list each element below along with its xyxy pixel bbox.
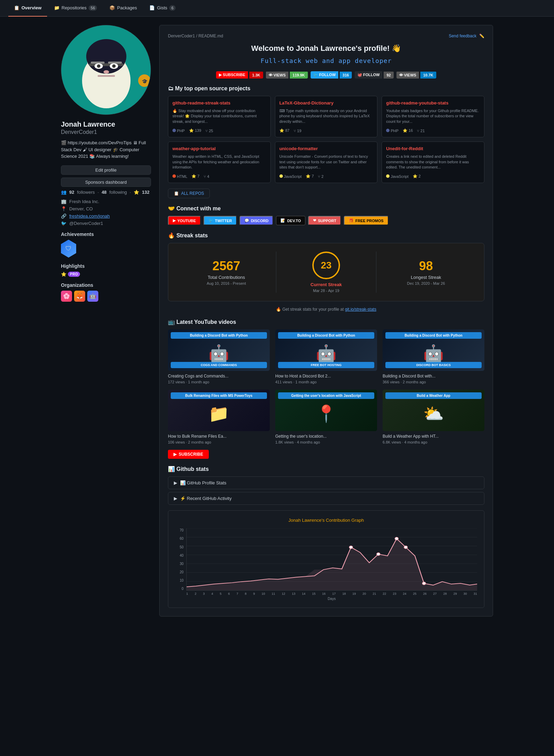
connect-devto-button[interactable]: 📝 DEV.TO (276, 216, 305, 225)
repo-card-3: weather-app-tutorial Weather app written… (168, 142, 271, 183)
video-card-0[interactable]: Building a Discord Bot with Python 🤖 COG… (168, 329, 270, 384)
pro-badge: PRO (68, 272, 80, 277)
video-card-1[interactable]: Building a Discord Bot with Python 🤖 FRE… (275, 329, 377, 384)
tab-packages[interactable]: 📦 Packages (104, 0, 142, 17)
edit-icon[interactable]: ✏️ (479, 34, 484, 38)
video-title-5: Build a Weather App with HT... (383, 434, 484, 439)
chevron-right-icon-2: ▶ (174, 496, 177, 501)
longest-streak-date: Dec 19, 2020 - Mar 26 (376, 281, 476, 285)
repo-desc-2: Youtube stats badges for your Github pro… (386, 108, 480, 124)
achievements-list: 🛡 (61, 240, 151, 258)
connect-youtube-button[interactable]: ▶ YOUTUBE (168, 216, 201, 225)
connect-support-button[interactable]: ❤ SUPPORT (308, 216, 341, 225)
badge-subscribe[interactable]: ▶ SUBSCRIBE 1.3K (216, 71, 263, 79)
send-feedback-link[interactable]: Send feedback (449, 34, 476, 38)
longest-streak-number: 98 (376, 259, 476, 273)
discord-logo-2: 🤖 (423, 344, 444, 363)
badge-views[interactable]: 👁 VIEWS 119.9K (266, 71, 308, 79)
video-card-5[interactable]: Build a Weather App ⛅ Build a Weather Ap… (383, 390, 484, 444)
lang-dot (386, 129, 390, 132)
video-card-4[interactable]: Getting the user's location with JavaScr… (275, 390, 377, 444)
video-overlay-title-2: Building a Discord Bot with Python (385, 332, 482, 339)
all-repos-button[interactable]: 📋 ALL REPOS (168, 189, 210, 198)
followers-count: 92 (69, 190, 74, 195)
subscribe-button[interactable]: ▶ SUBSCRIBE (168, 450, 209, 459)
video-thumb-4: Getting the user's location with JavaScr… (275, 390, 377, 431)
achievement-badge: 🛡 (61, 240, 76, 258)
total-contributions-date: Aug 10, 2016 - Present (177, 281, 276, 285)
svg-point-10 (112, 64, 116, 68)
repo-name-3[interactable]: weather-app-tutorial (172, 146, 266, 151)
repo-name-4[interactable]: unicode-formatter (279, 146, 373, 151)
video-card-3[interactable]: Bulk Renaming Files with MS PowerToys 📁 … (168, 390, 270, 444)
repo-name-0[interactable]: github-readme-streak-stats (172, 100, 266, 106)
org-avatar-3[interactable]: 🤖 (87, 291, 98, 302)
repo-name-1[interactable]: LaTeX-Gboard-Dictionary (279, 100, 373, 106)
svg-rect-6 (108, 62, 122, 64)
video-overlay-sub-0: COGS AND COMMANDS (171, 362, 267, 368)
avatar: 🎓 (61, 25, 151, 115)
video-title-3: How to Bulk Rename Files Ea... (168, 434, 270, 439)
repo-meta-0: PHP ⭐ 139 ⑂ 25 (172, 128, 266, 133)
repo-meta-3: HTML ⭐ 7 ⑂ 4 (172, 174, 266, 179)
meta-website[interactable]: 🔗 freshidea.com/jonah (61, 213, 151, 219)
files-logo: 📁 (208, 404, 229, 423)
connect-twitter-button[interactable]: 🐦 TWITTER (204, 216, 237, 225)
profile-login: DenverCoder1 (61, 129, 151, 135)
tab-repositories[interactable]: 📁 Repositories 56 (48, 0, 103, 17)
org-avatar-2[interactable]: 🦊 (74, 291, 85, 302)
video-card-2[interactable]: Building a Discord Bot with Python 🤖 DIS… (383, 329, 484, 384)
repo-meta-2: PHP ⭐ 16 ⑂ 21 (386, 128, 480, 133)
repo-card-4: unicode-formatter Unicode Formatter - Co… (275, 142, 378, 183)
total-contributions-stat: 2567 Total Contributions Aug 10, 2016 - … (177, 259, 276, 285)
badge-views-github[interactable]: 👁 VIEWS 10.7K (396, 71, 436, 79)
video-overlay-title-4: Getting the user's location with JavaScr… (278, 392, 374, 399)
organizations-list: 🌸 🦊 🤖 (61, 291, 151, 302)
repo-name-2[interactable]: github-readme-youtube-stats (386, 100, 480, 106)
gists-badge: 6 (169, 5, 176, 11)
repo-grid: github-readme-streak-stats 🔥 Stay motiva… (168, 96, 484, 183)
github-profile-stats-item[interactable]: ▶ 📊 GitHub Profile Stats (168, 476, 484, 489)
svg-rect-4 (89, 63, 124, 66)
weather-logo: ⛅ (423, 404, 444, 423)
svg-point-9 (97, 64, 100, 68)
total-contributions-label: Total Contributions (177, 275, 276, 280)
top-navigation: 📋 Overview 📁 Repositories 56 📦 Packages … (0, 0, 554, 17)
x-axis-label: Days (186, 597, 477, 601)
org-avatar-1[interactable]: 🌸 (61, 291, 72, 302)
repo-name-5[interactable]: Unedit-for-Reddit (386, 146, 480, 151)
repo-desc-1: ⌨ Type math symbols more easily on your … (279, 108, 373, 124)
connect-promos-button[interactable]: 🎁 FREE PROMOS (344, 216, 388, 225)
connect-discord-button[interactable]: 💬 DISCORD (240, 216, 274, 225)
longest-streak-stat: 98 Longest Streak Dec 19, 2020 - Mar 26 (376, 259, 476, 285)
svg-text:🎓: 🎓 (142, 79, 148, 84)
badge-follow-twitter[interactable]: 🐦 FOLLOW 316 (311, 71, 352, 79)
chart-plot-area (186, 528, 477, 591)
github-stats-section: ▶ 📊 GitHub Profile Stats ▶ ⚡ Recent GitH… (168, 476, 484, 505)
lang-dot (279, 174, 283, 178)
video-info-4: 1.8K views · 4 months ago (275, 440, 377, 444)
tab-gists[interactable]: 📄 Gists 6 (144, 0, 181, 17)
github-activity-item[interactable]: ▶ ⚡ Recent GitHub Activity (168, 492, 484, 505)
list-icon: 📋 (174, 191, 179, 196)
discord-icon: 💬 (244, 218, 249, 223)
y-axis-labels: 70 60 50 40 30 20 10 0 (175, 528, 184, 598)
badge-follow-github[interactable]: 🐙 FOLLOW 92 (355, 71, 394, 79)
promo-icon: 🎁 (349, 218, 354, 223)
streak-section-header: 🔥 Streak stats (168, 232, 484, 239)
youtube-icon: ▶ (173, 218, 176, 223)
highlights-list: ⭐ PRO (61, 272, 151, 277)
follow-stats: 👥 92 followers · 48 following · ⭐ 132 (61, 190, 151, 195)
streak-link[interactable]: git.io/streak-stats (345, 307, 376, 312)
video-thumb-3: Bulk Renaming Files with MS PowerToys 📁 (168, 390, 270, 431)
x-axis-labels: 1234567891011121314151617181920212223242… (186, 591, 477, 595)
repo-meta-5: JavaScript ⭐ 2 (386, 174, 480, 179)
graph-title: Jonah Lawrence's Contribution Graph (175, 518, 477, 523)
sponsors-dashboard-button[interactable]: Sponsors dashboard (61, 177, 151, 187)
repo-card-2: github-readme-youtube-stats Youtube stat… (382, 96, 484, 137)
tab-overview[interactable]: 📋 Overview (8, 0, 47, 17)
svg-rect-5 (91, 62, 105, 64)
packages-icon: 📦 (109, 5, 115, 10)
edit-profile-button[interactable]: Edit profile (61, 165, 151, 175)
svg-rect-12 (98, 75, 115, 77)
